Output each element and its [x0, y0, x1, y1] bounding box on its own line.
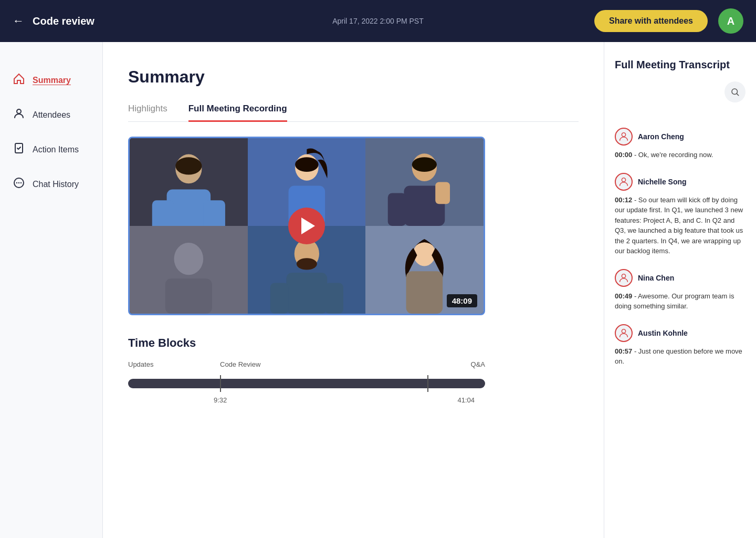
timeline-track: [128, 379, 485, 388]
text-content-0: Ok, we're recording now.: [638, 151, 713, 159]
speaker-name-2: Nina Chen: [638, 274, 674, 282]
label-code-review: Code Review: [220, 360, 260, 368]
tab-highlights[interactable]: Highlights: [128, 104, 167, 121]
search-icon: [730, 87, 740, 97]
svg-point-37: [622, 274, 625, 277]
transcript-text-3: 00:57 - Just one question before we move…: [615, 346, 746, 367]
chat-icon: [13, 177, 25, 192]
layout: Summary Attendees Action Items: [0, 42, 756, 538]
svg-point-20: [412, 157, 437, 172]
main-content: Summary Highlights Full Meeting Recordin…: [103, 42, 604, 538]
svg-point-5: [20, 182, 22, 183]
svg-point-38: [622, 329, 625, 333]
tab-full-recording[interactable]: Full Meeting Recording: [188, 104, 287, 122]
timestamp-3: 00:57: [615, 347, 632, 355]
svg-rect-9: [152, 200, 174, 226]
speaker-row-2: Nina Chen: [615, 269, 746, 287]
text-content-1: So our team will kick off by doing our u…: [615, 196, 743, 255]
sidebar-item-summary-label: Summary: [33, 76, 71, 85]
video-cell-3: [365, 138, 484, 226]
sidebar-item-action-items[interactable]: Action Items: [0, 132, 102, 167]
person-icon-3: [618, 327, 629, 339]
svg-rect-30: [325, 283, 343, 314]
timestamp-2: 00:49: [615, 292, 632, 300]
person-icon-0: [618, 131, 629, 142]
svg-point-35: [622, 133, 625, 137]
transcript-title: Full Meeting Transcript: [615, 59, 746, 71]
sidebar-item-action-items-label: Action Items: [33, 145, 79, 154]
time-blocks-title: Time Blocks: [128, 336, 579, 350]
svg-rect-28: [286, 273, 327, 314]
svg-rect-10: [203, 200, 225, 226]
marker-932: [220, 375, 221, 392]
sidebar-item-chat-history[interactable]: Chat History: [0, 167, 102, 202]
dash-3: -: [634, 347, 638, 355]
timeline-times: 9:32 41:04: [128, 396, 485, 407]
speaker-name-1: Nichelle Song: [638, 178, 687, 186]
avatar[interactable]: A: [718, 8, 743, 34]
time-blocks-labels: Updates Code Review Q&A: [128, 360, 485, 372]
time-4104: 41:04: [457, 396, 475, 404]
time-932: 9:32: [214, 396, 227, 404]
timestamp-1: 00:12: [615, 196, 632, 204]
svg-point-0: [17, 109, 21, 113]
sidebar-item-attendees[interactable]: Attendees: [0, 98, 102, 132]
transcript-text-0: 00:00 - Ok, we're recording now.: [615, 150, 746, 160]
meeting-date: April 17, 2022 2:00 PM PST: [332, 17, 424, 25]
sidebar: Summary Attendees Action Items: [0, 42, 103, 538]
back-button[interactable]: ←: [13, 14, 24, 28]
text-content-2: Awesome. Our program team is doing somet…: [615, 292, 734, 311]
summary-title: Summary: [128, 67, 579, 87]
svg-point-15: [295, 157, 319, 172]
play-icon: [301, 218, 315, 234]
label-qa: Q&A: [471, 360, 485, 368]
svg-point-36: [622, 178, 625, 181]
sidebar-item-chat-history-label: Chat History: [33, 180, 79, 189]
marker-4104: [427, 375, 428, 392]
person-icon-2: [618, 272, 629, 284]
dash-0: -: [634, 151, 638, 159]
speaker-row-3: Austin Kohnle: [615, 324, 746, 342]
transcript-panel: Full Meeting Transcript Aaron Cheng: [604, 42, 756, 538]
avatar-nina: [615, 269, 633, 287]
svg-point-11: [175, 157, 202, 174]
transcript-text-1: 00:12 - So our team will kick off by doi…: [615, 195, 746, 256]
header: ← Code review April 17, 2022 2:00 PM PST…: [0, 0, 756, 42]
speaker-name-3: Austin Kohnle: [638, 329, 688, 337]
share-button[interactable]: Share with attendees: [594, 10, 708, 32]
timeline-bar: [128, 375, 485, 392]
avatar-aaron: [615, 128, 633, 146]
svg-rect-33: [406, 271, 443, 314]
svg-rect-19: [436, 182, 450, 204]
video-cell-1: [130, 138, 248, 226]
speaker-row-0: Aaron Cheng: [615, 128, 746, 146]
svg-rect-29: [270, 283, 288, 314]
transcript-entry-1: Nichelle Song 00:12 - So our team will k…: [615, 173, 746, 256]
video-cell-4: [130, 226, 248, 314]
svg-rect-21: [388, 193, 406, 226]
person-icon-1: [618, 176, 629, 188]
transcript-entry-0: Aaron Cheng 00:00 - Ok, we're recording …: [615, 128, 746, 160]
svg-point-27: [297, 258, 317, 270]
video-player[interactable]: 48:09: [128, 137, 485, 315]
dash-1: -: [634, 196, 638, 204]
clipboard-icon: [13, 142, 25, 158]
sidebar-item-summary[interactable]: Summary: [0, 63, 102, 98]
svg-point-4: [18, 182, 19, 183]
avatar-nichelle: [615, 173, 633, 191]
svg-point-3: [16, 182, 17, 183]
svg-rect-24: [165, 278, 212, 314]
tab-bar: Highlights Full Meeting Recording: [128, 104, 579, 122]
video-duration: 48:09: [447, 294, 477, 307]
speaker-name-0: Aaron Cheng: [638, 132, 684, 141]
timestamp-0: 00:00: [615, 151, 632, 159]
speaker-row-1: Nichelle Song: [615, 173, 746, 191]
transcript-entry-2: Nina Chen 00:49 - Awesome. Our program t…: [615, 269, 746, 312]
person-icon: [13, 107, 25, 123]
page-title: Code review: [33, 15, 94, 27]
transcript-entry-3: Austin Kohnle 00:57 - Just one question …: [615, 324, 746, 367]
avatar-austin: [615, 324, 633, 342]
play-button[interactable]: [288, 208, 325, 244]
search-button[interactable]: [724, 81, 746, 102]
home-icon: [13, 73, 25, 88]
